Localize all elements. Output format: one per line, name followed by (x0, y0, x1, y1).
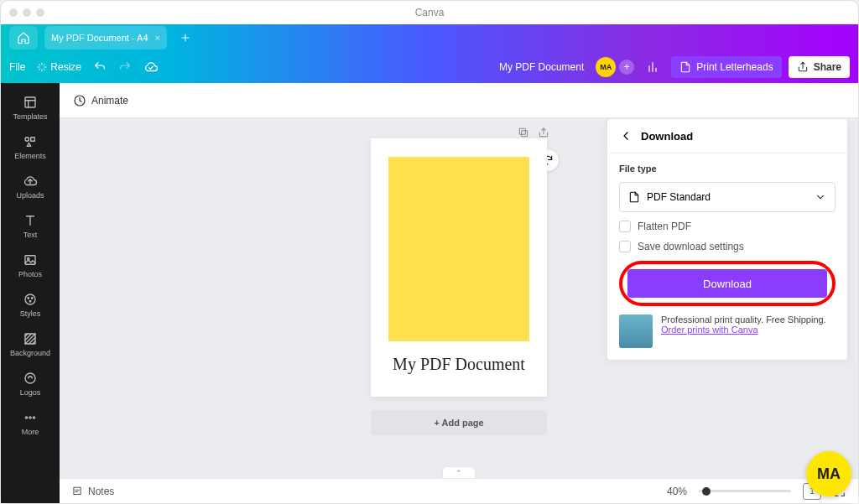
panel-title: Download (641, 130, 693, 143)
background-icon (23, 331, 38, 346)
main-toolbar: File Resize My PDF Document MA + (1, 51, 858, 83)
app-title: Canva (415, 7, 445, 18)
sidebar-item-photos[interactable]: Photos (1, 246, 60, 285)
footer-bar: Notes 40% 1 (60, 478, 858, 503)
cloud-status[interactable] (143, 60, 159, 75)
sidebar-item-styles[interactable]: Styles (1, 285, 60, 325)
redo-icon (118, 60, 132, 74)
svg-rect-3 (25, 256, 35, 265)
add-member-button[interactable]: + (619, 60, 634, 75)
cloud-check-icon (143, 60, 159, 75)
close-icon[interactable]: × (155, 33, 160, 43)
home-icon (17, 31, 30, 44)
document-tab-label: My PDF Document - A4 (51, 33, 148, 43)
flatten-pdf-checkbox[interactable]: Flatten PDF (619, 221, 836, 232)
sidebar-item-templates[interactable]: Templates (1, 88, 60, 127)
svg-point-4 (28, 257, 29, 259)
templates-icon (23, 95, 38, 110)
window-controls[interactable] (9, 8, 44, 17)
svg-rect-2 (31, 138, 35, 142)
redo-button[interactable] (118, 60, 132, 74)
svg-rect-15 (522, 131, 528, 137)
svg-point-7 (32, 298, 34, 299)
svg-rect-16 (519, 128, 525, 134)
duplicate-page-icon[interactable] (518, 127, 529, 138)
svg-rect-0 (25, 97, 35, 107)
file-type-select[interactable]: PDF Standard (619, 182, 836, 212)
canvas-area[interactable]: My PDF Document + Add page ⌃ Download Fi… (60, 118, 858, 478)
svg-point-13 (33, 417, 34, 418)
logos-icon (23, 371, 38, 386)
chart-icon (646, 60, 659, 74)
svg-point-12 (29, 417, 31, 418)
print-promo: Professional print quality. Free Shippin… (619, 314, 836, 348)
order-prints-link[interactable]: Order prints with Canva (661, 325, 758, 335)
undo-button[interactable] (93, 60, 107, 74)
export-page-icon[interactable] (538, 127, 549, 138)
sidebar-item-more[interactable]: More (1, 403, 60, 443)
left-sidebar: Templates Elements Uploads Text Photos S… (1, 83, 60, 503)
document-icon (679, 61, 691, 73)
titlebar: Canva (1, 1, 858, 24)
tab-strip: My PDF Document - A4 × (1, 24, 858, 51)
watermark-badge: MA (806, 451, 851, 496)
file-menu[interactable]: File (9, 61, 25, 73)
resize-button[interactable]: Resize (37, 61, 81, 73)
animate-icon (73, 94, 86, 107)
styles-icon (23, 292, 38, 307)
yellow-rectangle[interactable] (388, 157, 529, 341)
svg-point-1 (25, 138, 29, 142)
svg-point-11 (25, 417, 27, 418)
undo-icon (93, 60, 107, 74)
svg-point-6 (28, 298, 29, 299)
sidebar-item-uploads[interactable]: Uploads (1, 167, 60, 206)
insights-button[interactable] (641, 55, 664, 79)
elements-icon (23, 134, 38, 149)
avatar[interactable]: MA (596, 57, 616, 77)
notes-icon (71, 486, 83, 497)
sidebar-item-elements[interactable]: Elements (1, 127, 60, 167)
chevron-down-icon (815, 191, 826, 203)
document-title[interactable]: My PDF Document (499, 61, 584, 73)
add-page-button[interactable]: + Add page (371, 410, 547, 435)
download-highlight: Download (619, 261, 836, 306)
sidebar-item-background[interactable]: Background (1, 325, 60, 364)
more-icon (23, 410, 38, 425)
new-tab-button[interactable] (174, 26, 197, 49)
save-settings-checkbox[interactable]: Save download settings (619, 241, 836, 252)
sparkle-icon (37, 62, 47, 72)
home-tab[interactable] (9, 26, 38, 49)
zoom-slider[interactable] (699, 490, 791, 492)
back-icon[interactable] (619, 129, 633, 143)
file-icon (628, 191, 640, 203)
share-button[interactable]: Share (789, 56, 850, 78)
download-panel: Download File type PDF Standard Fla (607, 118, 848, 361)
sidebar-item-logos[interactable]: Logos (1, 364, 60, 403)
zoom-value[interactable]: 40% (667, 486, 687, 497)
context-toolbar: Animate (60, 83, 858, 118)
share-icon (797, 61, 809, 73)
photos-icon (23, 252, 38, 268)
download-button[interactable]: Download (627, 269, 827, 298)
svg-point-5 (25, 294, 35, 304)
print-button[interactable]: Print Letterheads (671, 56, 781, 78)
page-expand-handle[interactable]: ⌃ (442, 466, 476, 478)
uploads-icon (23, 174, 38, 189)
sidebar-item-text[interactable]: Text (1, 206, 60, 246)
notes-button[interactable]: Notes (88, 486, 114, 497)
document-text[interactable]: My PDF Document (393, 355, 525, 374)
promo-thumbnail (619, 314, 653, 348)
document-tab[interactable]: My PDF Document - A4 × (44, 26, 167, 49)
plus-icon (180, 32, 191, 44)
svg-point-8 (29, 301, 31, 303)
text-icon (23, 213, 38, 228)
animate-button[interactable]: Animate (91, 95, 128, 107)
document-page[interactable]: My PDF Document (371, 138, 547, 397)
file-type-label: File type (619, 164, 836, 174)
svg-point-10 (25, 373, 35, 383)
